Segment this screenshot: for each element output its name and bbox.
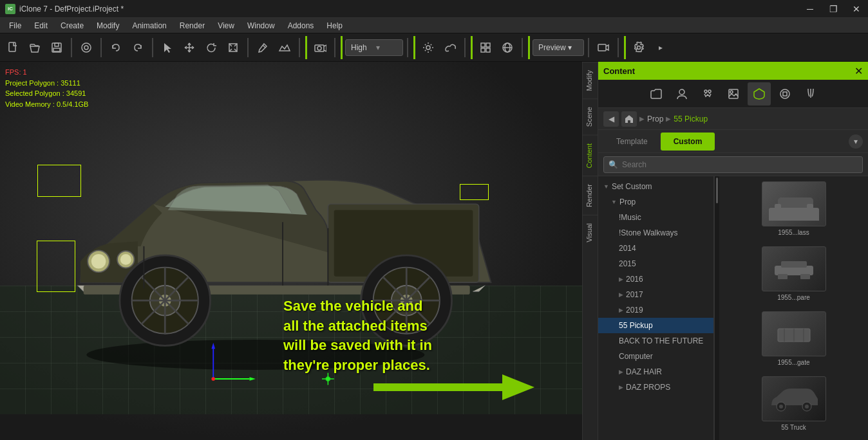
thumb-label-4: 55 Truck [781, 424, 806, 431]
prop-icon-button[interactable] [773, 82, 797, 105]
back-button[interactable]: ◀ [603, 111, 619, 127]
modify-tab[interactable]: Modify [583, 62, 598, 98]
animation-icon-button[interactable] [696, 82, 719, 105]
panel-title: Content [603, 66, 635, 76]
content-tab[interactable]: Content [583, 135, 598, 176]
preview-value: Preview ▾ [538, 43, 578, 52]
tree-daz-props[interactable]: ▶ DAZ PROPS [598, 380, 713, 395]
svg-point-4 [82, 43, 91, 52]
menu-modify[interactable]: Modify [90, 18, 126, 33]
tree-2016[interactable]: ▶ 2016 [598, 271, 713, 287]
tree-daz-hair[interactable]: ▶ DAZ HAIR [598, 364, 713, 380]
menubar: File Edit Create Modify Animation Render… [0, 18, 868, 33]
scene-icon-button[interactable] [748, 82, 771, 105]
maximize-button[interactable]: ❐ [822, 0, 845, 18]
annotation-line4: they're proper places. [283, 356, 432, 376]
sun-tool[interactable] [418, 37, 439, 58]
record-button[interactable] [593, 37, 614, 58]
sep1 [71, 38, 72, 57]
svg-rect-3 [53, 48, 60, 51]
sep3 [152, 38, 153, 57]
move-tool[interactable] [179, 37, 200, 58]
thumb-item-1955pare[interactable]: 1955...pare [722, 246, 865, 301]
save-button[interactable] [46, 37, 67, 58]
hair-icon-button[interactable] [799, 82, 822, 105]
settings-button[interactable] [628, 37, 649, 58]
avatar-icon-button[interactable] [670, 82, 693, 105]
search-bar: 🔍 [598, 153, 868, 176]
arrow-open-icon: ▼ [603, 183, 609, 190]
titlebar: iC iClone 7 - DefProject.iProject * ─ ❐ … [0, 0, 868, 18]
tree-55-pickup[interactable]: 55 Pickup [598, 318, 713, 333]
app-icon: iC [5, 4, 15, 14]
green-arrow [373, 374, 534, 400]
undo-button[interactable] [106, 37, 126, 58]
tree-computer[interactable]: Computer [598, 349, 713, 364]
open-button[interactable] [24, 37, 45, 58]
panel-header: Content ✕ [598, 62, 868, 80]
thumb-label-1: 1955...lass [778, 229, 809, 236]
tree-2017[interactable]: ▶ 2017 [598, 287, 713, 302]
folder-icon-button[interactable] [645, 82, 668, 105]
main-layout: FPS: 1 Project Polygon : 35111 Selected … [0, 62, 868, 440]
menu-window[interactable]: Window [241, 18, 281, 33]
close-button[interactable]: ✕ [845, 0, 868, 18]
sky-tool[interactable] [440, 37, 460, 58]
quality-dropdown[interactable]: High ▾ [345, 39, 403, 56]
render-tab[interactable]: Render [583, 176, 598, 215]
rotate-tool[interactable] [201, 37, 222, 58]
preview-dropdown[interactable]: Preview ▾ [533, 39, 584, 56]
menu-view[interactable]: View [211, 18, 241, 33]
search-icon: 🔍 [609, 160, 618, 169]
panel-close-button[interactable]: ✕ [854, 65, 863, 77]
tree-stone[interactable]: !Stone Walkways [598, 225, 713, 241]
viewport[interactable]: FPS: 1 Project Polygon : 35111 Selected … [0, 62, 582, 440]
tab-options-button[interactable]: ▾ [849, 134, 863, 149]
environment-tool[interactable] [497, 37, 518, 58]
new-button[interactable] [3, 37, 23, 58]
minimize-button[interactable]: ─ [798, 0, 822, 18]
visual-tab[interactable]: Visual [583, 215, 598, 250]
custom-tab[interactable]: Custom [661, 133, 715, 151]
menu-animation[interactable]: Animation [126, 18, 173, 33]
menu-help[interactable]: Help [320, 18, 349, 33]
thumb-item-55truck[interactable]: 55 Truck [722, 376, 865, 431]
menu-render[interactable]: Render [173, 18, 211, 33]
thumb-item-1955lass[interactable]: 1955...lass [722, 181, 865, 236]
menu-edit[interactable]: Edit [28, 18, 54, 33]
scene-tab[interactable]: Scene [583, 98, 598, 134]
thumbnail-image-2 [762, 246, 826, 291]
scale-tool[interactable] [223, 37, 243, 58]
brush-tool[interactable] [252, 37, 273, 58]
tree-set-custom[interactable]: ▼ Set Custom [598, 179, 713, 194]
preview-button[interactable] [76, 37, 97, 58]
terrain-tool[interactable] [274, 37, 295, 58]
arrow-closed-icon: ▶ [619, 369, 623, 375]
tree-music[interactable]: !Music [598, 210, 713, 225]
menu-file[interactable]: File [3, 18, 28, 33]
menu-create[interactable]: Create [54, 18, 90, 33]
tree-scrollbar[interactable] [714, 176, 719, 440]
breadcrumb-pickup[interactable]: 55 Pickup [674, 115, 708, 124]
camera-tool[interactable] [310, 37, 330, 58]
select-tool[interactable] [157, 37, 178, 58]
thumb-item-1955gate[interactable]: 1955...gate [722, 311, 865, 366]
tree-2015[interactable]: 2015 [598, 256, 713, 271]
search-input[interactable] [603, 156, 863, 173]
menu-addons[interactable]: Addons [281, 18, 321, 33]
grid-tool[interactable] [475, 37, 496, 58]
template-tab[interactable]: Template [603, 133, 661, 151]
arrow-closed-icon: ▶ [619, 384, 623, 390]
svg-point-26 [120, 254, 131, 265]
tree-2019[interactable]: ▶ 2019 [598, 302, 713, 318]
thumbnail-panel: 1955...lass 1955...pare [719, 176, 868, 440]
tree-prop[interactable]: ▼ Prop [598, 194, 713, 210]
home-button[interactable] [621, 111, 637, 127]
tree-bttf[interactable]: BACK TO THE FUTURE [598, 333, 713, 349]
redo-button[interactable] [127, 37, 148, 58]
tree-2014[interactable]: 2014 [598, 241, 713, 256]
breadcrumb-prop[interactable]: Prop [647, 115, 663, 124]
texture-icon-button[interactable] [722, 82, 745, 105]
svg-rect-52 [373, 383, 502, 391]
more-button[interactable]: ▸ [650, 37, 671, 58]
